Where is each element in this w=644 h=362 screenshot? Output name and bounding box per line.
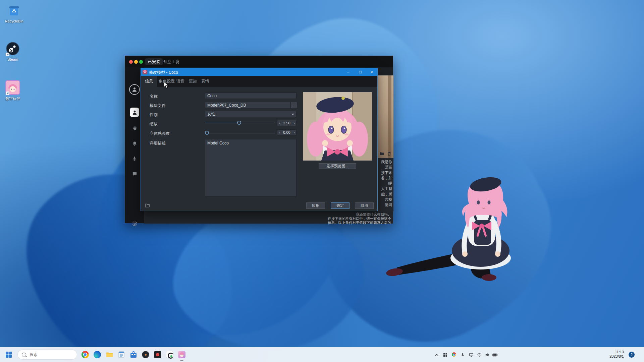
minimize-button[interactable]: –: [343, 68, 353, 76]
battery-icon[interactable]: [492, 352, 498, 358]
maximize-button[interactable]: □: [355, 68, 365, 76]
model-file-input[interactable]: [205, 102, 290, 108]
browse-button[interactable]: ...: [291, 102, 297, 108]
file-explorer-icon[interactable]: [105, 350, 114, 359]
digital-mate-icon: ↗: [5, 80, 20, 95]
scale-slider-handle[interactable]: [237, 121, 241, 125]
scale-spinner: ‹ 2.50 ›: [277, 120, 297, 126]
running-indicator: [180, 360, 183, 361]
desktop-character: [378, 170, 526, 285]
minimize-traffic-light[interactable]: [134, 60, 138, 64]
digital-mate-taskbar-icon[interactable]: [177, 350, 186, 359]
tray-microphone-icon[interactable]: [461, 352, 465, 358]
model-preview-image: [303, 92, 372, 161]
notification-badge[interactable]: 2: [629, 352, 635, 358]
sidebar-item-gesture[interactable]: [130, 124, 139, 133]
open-folder-button[interactable]: [144, 203, 151, 209]
dialog-titlebar[interactable]: 修改模型 - Coco – □ ×: [141, 68, 377, 76]
desktop-icon-steam[interactable]: ↗ Steam: [0, 41, 27, 61]
store-icon[interactable]: [129, 350, 138, 359]
settings-gear-icon[interactable]: [130, 219, 139, 228]
sidebar-item-chat[interactable]: [130, 169, 139, 178]
scale-decrement-button[interactable]: ‹: [277, 121, 281, 125]
chat-fragment: 我是你: [378, 159, 393, 165]
app-titlebar[interactable]: 已安装 创意工坊: [125, 56, 393, 67]
start-button[interactable]: [4, 350, 13, 359]
capcut-icon[interactable]: [165, 350, 174, 359]
name-input[interactable]: [205, 93, 297, 99]
chat-panel-bottom-strip: 我还需要什么帮助吗。 在接下来的所有对话中，请一直保持这个 信息。以上条件对于你…: [144, 212, 393, 224]
stereo-label: 立体感强度: [150, 131, 170, 136]
desktop-icon-label: RecycleBin: [0, 19, 28, 23]
tray-chrome-icon[interactable]: [452, 352, 456, 357]
tray-display-icon[interactable]: [469, 352, 474, 358]
volume-icon[interactable]: [485, 352, 490, 358]
tab-expression[interactable]: 表情: [197, 76, 213, 87]
scale-slider[interactable]: [205, 120, 275, 126]
gender-label: 性别: [150, 112, 158, 118]
chat-fragment: 呼: [378, 181, 393, 186]
scale-value: 2.50: [281, 121, 292, 125]
description-label: 详细描述: [150, 140, 166, 146]
scale-increment-button[interactable]: ›: [292, 121, 296, 125]
choose-preview-button[interactable]: 选择预览图...: [319, 163, 356, 169]
maximize-traffic-light[interactable]: [139, 60, 143, 64]
chevron-down-icon: [291, 114, 294, 115]
tray-chevron-up-icon[interactable]: [435, 352, 439, 358]
tray-app-grid-icon[interactable]: [443, 352, 447, 358]
name-label: 名称: [150, 94, 158, 99]
shortcut-arrow-icon: ↗: [6, 92, 9, 95]
description-textarea[interactable]: Model Coco: [205, 139, 297, 196]
search-input[interactable]: [29, 352, 70, 357]
clock-time: 11:13: [609, 350, 624, 354]
close-button[interactable]: ×: [367, 68, 377, 76]
app-icon-dark[interactable]: [141, 350, 150, 359]
stereo-spinner: ‹ 0.00 ›: [277, 129, 297, 135]
dialog-icon: [143, 70, 147, 74]
taskbar: 11:13 2023/8/1 2: [0, 347, 644, 362]
windows-logo-icon: [5, 351, 12, 358]
chat-fragment: 着，并: [378, 175, 393, 181]
sidebar-item-microphone[interactable]: [130, 154, 139, 163]
chat-fragment: 爱而: [378, 165, 393, 170]
gender-select[interactable]: 女性: [205, 111, 297, 117]
chrome-icon[interactable]: [80, 350, 90, 359]
tab-workshop[interactable]: 创意工坊: [161, 58, 182, 65]
tab-info-label: 信息: [145, 79, 153, 83]
chat-fragment: 便问: [378, 202, 393, 207]
recorder-icon[interactable]: [153, 350, 162, 359]
folder-icon[interactable]: [379, 151, 385, 157]
taskbar-search[interactable]: [17, 350, 77, 360]
tab-expression-label: 表情: [201, 79, 209, 83]
close-traffic-light[interactable]: [129, 60, 133, 64]
taskbar-clock[interactable]: 11:13 2023/8/1: [609, 350, 624, 359]
tab-render-label: 渲染: [189, 79, 197, 83]
mouse-cursor: [163, 81, 169, 90]
apply-button[interactable]: 应用: [306, 202, 325, 209]
chat-line: 我还需要什么帮助吗。: [324, 212, 391, 217]
steam-icon: ↗: [5, 41, 20, 56]
desktop-icon-label: 数字伙伴: [0, 96, 27, 101]
clock-date: 2023/8/1: [609, 354, 624, 359]
notepad-icon[interactable]: [117, 350, 126, 359]
sidebar-item-characters[interactable]: [130, 108, 139, 117]
desktop-icon-recycle-bin[interactable]: RecycleBin: [0, 3, 28, 23]
stereo-slider[interactable]: [205, 130, 275, 136]
avatar[interactable]: [129, 84, 140, 95]
tab-installed[interactable]: 已安装: [145, 58, 163, 65]
chat-fragment: 能，所: [378, 191, 393, 197]
stereo-increment-button[interactable]: ›: [292, 130, 296, 134]
cancel-button[interactable]: 取消: [355, 202, 374, 209]
gender-value: 女性: [207, 112, 215, 116]
stereo-value: 0.00: [281, 130, 292, 134]
stereo-decrement-button[interactable]: ‹: [277, 130, 281, 134]
ok-button[interactable]: 确定: [331, 202, 350, 209]
stereo-slider-handle[interactable]: [205, 131, 209, 135]
chat-fragment: 言模: [378, 197, 393, 202]
trash-icon[interactable]: [387, 151, 392, 157]
sidebar-item-notifications[interactable]: [130, 139, 139, 148]
wifi-icon[interactable]: [477, 352, 482, 358]
desktop-icon-digital-mate[interactable]: ↗ 数字伙伴: [0, 80, 27, 101]
edge-icon[interactable]: [93, 350, 102, 359]
recycle-bin-icon: [6, 3, 22, 18]
